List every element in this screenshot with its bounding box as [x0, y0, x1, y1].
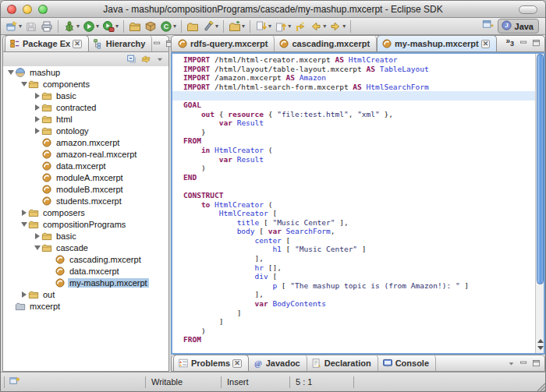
close-window-button[interactable] — [7, 5, 16, 14]
minimize-view-button[interactable] — [519, 38, 529, 48]
dropdown-caret-icon[interactable]: ▾ — [215, 23, 218, 30]
minimize-view-button[interactable] — [152, 39, 162, 49]
view-tab-console[interactable]: Console — [378, 355, 436, 371]
close-tab-icon[interactable]: ✕ — [73, 40, 82, 48]
collapse-all-button[interactable] — [126, 54, 137, 65]
scroll-down-arrow[interactable] — [537, 346, 544, 350]
expand-arrow-icon[interactable] — [20, 291, 28, 298]
view-tab-package-ex[interactable]: Package Ex✕ — [5, 35, 89, 51]
scrollbar-thumb[interactable] — [537, 54, 544, 284]
expand-arrow-icon[interactable] — [20, 210, 28, 216]
dropdown-caret-icon[interactable]: ▾ — [268, 23, 271, 30]
view-tab-javadoc[interactable]: @Javadoc — [249, 355, 307, 371]
new-java-project-button[interactable] — [127, 19, 143, 34]
tree-item-modulea-mxcerpt[interactable]: moduleA.mxcerpt — [3, 171, 168, 183]
editor-tab-cascading-mxcerpt[interactable]: cascading.mxcerpt — [275, 35, 377, 51]
dropdown-caret-icon[interactable]: ▾ — [288, 23, 291, 30]
expand-arrow-icon[interactable] — [33, 128, 41, 134]
zoom-window-button[interactable] — [38, 5, 48, 14]
tree-item-moduleb-mxcerpt[interactable]: moduleB.mxcerpt — [3, 183, 168, 195]
dropdown-caret-icon[interactable]: ▾ — [242, 23, 245, 30]
dropdown-caret-icon[interactable]: ▾ — [173, 23, 176, 30]
view-tab-declaration[interactable]: Declaration — [307, 355, 378, 371]
collapse-arrow-icon[interactable] — [6, 70, 15, 75]
back-button[interactable]: ▾ — [308, 19, 328, 34]
toolbar-toggle-button[interactable] — [519, 5, 537, 14]
tree-item-mashup[interactable]: mashup — [3, 66, 168, 78]
dropdown-caret-icon[interactable]: ▾ — [115, 23, 119, 30]
open-type-button[interactable] — [185, 19, 200, 34]
tree-item-compositionprograms[interactable]: compositionPrograms — [3, 218, 168, 230]
editor-vertical-scrollbar[interactable] — [535, 54, 544, 353]
tree-item-ontology[interactable]: ontology — [3, 125, 168, 136]
tree-item-label: students.mxcerpt — [55, 196, 123, 206]
view-menu-button[interactable] — [154, 54, 165, 65]
tree-item-basic[interactable]: basic — [3, 90, 168, 101]
project-tree[interactable]: mashupcomponentsbasiccontractedhtmlontol… — [2, 66, 169, 372]
save-button[interactable] — [23, 19, 39, 34]
tree-item-students-mxcerpt[interactable]: students.mxcerpt — [3, 195, 168, 207]
new-package-button[interactable] — [143, 19, 158, 34]
tree-item-cascading-mxcerpt[interactable]: cascading.mxcerpt — [3, 253, 168, 265]
dropdown-caret-icon[interactable]: ▾ — [19, 23, 22, 30]
tree-item-label: moduleA.mxcerpt — [55, 173, 125, 182]
tree-item-html[interactable]: html — [3, 113, 168, 125]
scroll-up-arrow[interactable] — [537, 339, 544, 343]
open-resource-button[interactable]: ▾ — [227, 19, 246, 34]
close-tab-icon[interactable]: ✕ — [232, 359, 242, 368]
code-line: HtmlCreator [ — [172, 209, 535, 218]
new-class-button[interactable]: C▾ — [158, 19, 178, 34]
view-menu-button[interactable] — [506, 358, 516, 369]
minimize-window-button[interactable] — [23, 5, 32, 14]
prev-annotation-button[interactable]: ▾ — [273, 19, 292, 34]
view-tab-hierarchy[interactable]: Hierarchy — [89, 35, 153, 51]
editor-tab-rdfs-query-mxcerpt[interactable]: rdfs-query.mxcerpt — [173, 35, 275, 51]
run-button[interactable]: ▾ — [81, 19, 101, 34]
dropdown-caret-icon[interactable]: ▾ — [96, 23, 99, 30]
maximize-view-button[interactable] — [531, 358, 541, 369]
tree-item-cascade[interactable]: cascade — [3, 242, 168, 253]
tree-item-mxcerpt[interactable]: mxcerpt — [3, 300, 168, 312]
next-annotation-button[interactable]: ▾ — [254, 19, 273, 34]
expand-arrow-icon[interactable] — [33, 104, 41, 111]
tree-item-amazon-real-mxcerpt[interactable]: amazon-real.mxcerpt — [3, 148, 168, 160]
search-button[interactable]: ▾ — [200, 19, 220, 34]
code-line: out { resource { "file:test.html", "xml"… — [172, 110, 535, 119]
dropdown-caret-icon[interactable]: ▾ — [342, 23, 346, 30]
open-perspective-button[interactable] — [480, 19, 495, 34]
debug-button[interactable]: ▾ — [62, 19, 81, 34]
external-tools-run-button[interactable]: ▾ — [101, 19, 120, 34]
minimize-view-button[interactable] — [519, 358, 529, 369]
fast-view-icon[interactable] — [9, 376, 20, 389]
tree-item-basic[interactable]: basic — [3, 230, 168, 242]
more-editors-chevron[interactable]: »3 — [503, 37, 516, 49]
print-button[interactable] — [39, 19, 55, 34]
collapse-arrow-icon[interactable] — [20, 222, 28, 227]
dropdown-caret-icon[interactable]: ▾ — [76, 23, 80, 30]
expand-arrow-icon[interactable] — [33, 93, 41, 99]
link-with-editor-button[interactable] — [140, 54, 151, 65]
tree-item-my-mashup-mxcerpt[interactable]: my-mashup.mxcerpt — [3, 277, 168, 288]
dropdown-caret-icon[interactable]: ▾ — [323, 23, 326, 30]
view-tab-problems[interactable]: Problems✕ — [173, 355, 249, 371]
tree-item-out[interactable]: out — [3, 288, 168, 300]
tree-item-composers[interactable]: composers — [3, 207, 168, 218]
maximize-view-button[interactable] — [531, 38, 541, 48]
close-tab-icon[interactable]: ✕ — [481, 40, 491, 48]
editor-tab-my-mashup-mxcerpt[interactable]: my-mashup.mxcerpt✕ — [377, 35, 497, 51]
collapse-arrow-icon[interactable] — [20, 82, 28, 87]
tree-item-components[interactable]: components — [3, 78, 168, 90]
expand-arrow-icon[interactable] — [33, 116, 41, 122]
tree-item-data-mxcerpt[interactable]: data.mxcerpt — [3, 265, 168, 277]
tree-item-data-mxcerpt[interactable]: data.mxcerpt — [3, 160, 168, 171]
last-edit-location-button[interactable] — [292, 19, 308, 34]
expand-arrow-icon[interactable] — [33, 233, 41, 239]
resize-grip[interactable] — [535, 381, 546, 392]
java-perspective-button[interactable]: J Java — [498, 19, 539, 34]
new-wizard-button[interactable]: ▾ — [4, 19, 23, 34]
forward-button[interactable]: ▾ — [328, 19, 347, 34]
code-editor[interactable]: IMPORT /html/html-creator.mxcerpt AS Htm… — [172, 54, 535, 353]
collapse-arrow-icon[interactable] — [33, 245, 41, 250]
tree-item-contracted[interactable]: contracted — [3, 101, 168, 113]
tree-item-amazon-mxcerpt[interactable]: amazon.mxcerpt — [3, 136, 168, 148]
